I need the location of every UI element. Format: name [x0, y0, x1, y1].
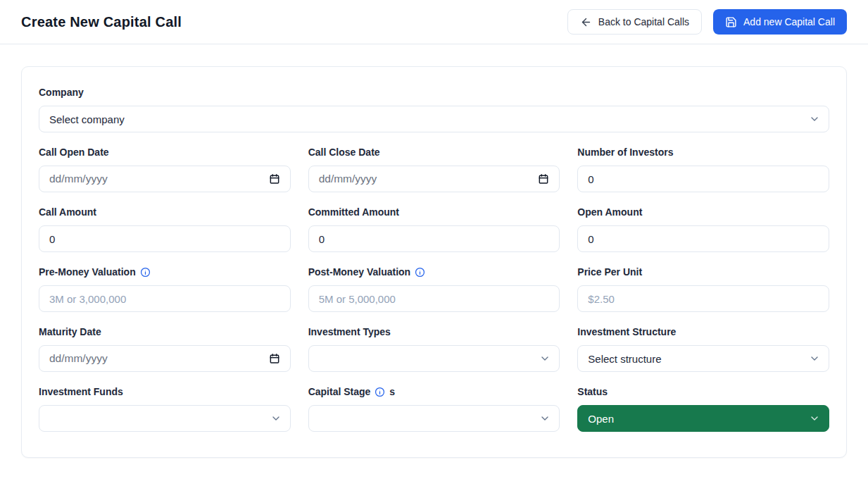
post-money-valuation-label-text: Post-Money Valuation: [308, 266, 410, 278]
chevron-down-icon: [270, 413, 282, 424]
call-amount-input[interactable]: [49, 226, 280, 251]
status-select[interactable]: Open: [577, 405, 829, 432]
committed-amount-input-wrap: [308, 225, 560, 252]
price-per-unit-input[interactable]: [588, 286, 819, 311]
maturity-date-field: Maturity Date dd/mm/yyyy: [39, 326, 291, 372]
call-close-date-label: Call Close Date: [308, 147, 560, 158]
back-button-label: Back to Capital Calls: [598, 16, 689, 27]
price-per-unit-field: Price Per Unit: [577, 266, 829, 312]
investment-structure-select-value: Select structure: [588, 353, 661, 365]
calendar-icon[interactable]: [269, 353, 280, 364]
chevron-down-icon: [809, 413, 820, 424]
open-amount-field: Open Amount: [577, 206, 829, 252]
call-open-date-input[interactable]: dd/mm/yyyy: [39, 166, 291, 192]
pre-money-valuation-label: Pre-Money Valuation: [39, 266, 291, 278]
calendar-icon[interactable]: [269, 173, 280, 185]
investment-structure-select[interactable]: Select structure: [577, 345, 829, 372]
info-circle-icon[interactable]: [415, 267, 425, 278]
open-amount-input-wrap: [577, 225, 829, 252]
date-placeholder: dd/mm/yyyy: [49, 173, 108, 185]
company-label: Company: [39, 87, 829, 99]
investment-funds-field: Investment Funds: [39, 386, 291, 432]
back-to-capital-calls-button[interactable]: Back to Capital Calls: [567, 9, 702, 35]
investment-types-label: Investment Types: [308, 326, 560, 338]
pre-money-valuation-label-text: Pre-Money Valuation: [39, 266, 136, 278]
call-amount-input-wrap: [39, 225, 291, 252]
capital-stage-label: Capital Stage s: [308, 386, 560, 398]
investment-funds-label: Investment Funds: [39, 386, 291, 398]
capital-stage-label-suffix: s: [389, 386, 395, 398]
number-of-investors-input[interactable]: [588, 166, 819, 192]
capital-stage-label-text: Capital Stage: [308, 386, 371, 398]
investment-funds-select[interactable]: [39, 405, 291, 432]
pre-money-valuation-input[interactable]: [49, 286, 280, 311]
investment-types-select[interactable]: [308, 345, 560, 372]
company-select[interactable]: Select company: [39, 106, 829, 132]
page-header: Create New Capital Call Back to Capital …: [0, 0, 868, 44]
maturity-date-input[interactable]: dd/mm/yyyy: [39, 345, 291, 372]
company-field: Company Select company: [39, 87, 829, 132]
date-placeholder: dd/mm/yyyy: [319, 173, 377, 185]
open-amount-label: Open Amount: [577, 206, 829, 218]
post-money-valuation-label: Post-Money Valuation: [308, 266, 560, 278]
price-per-unit-input-wrap: [577, 285, 829, 312]
capital-stage-field: Capital Stage s: [308, 386, 560, 432]
call-close-date-field: Call Close Date dd/mm/yyyy: [308, 147, 560, 192]
post-money-valuation-input[interactable]: [319, 286, 550, 311]
investment-structure-label: Investment Structure: [577, 326, 829, 338]
post-money-valuation-field: Post-Money Valuation: [308, 266, 560, 312]
call-open-date-field: Call Open Date dd/mm/yyyy: [39, 147, 291, 192]
add-new-capital-call-button[interactable]: Add new Capital Call: [713, 9, 847, 35]
chevron-down-icon: [809, 353, 820, 364]
price-per-unit-label: Price Per Unit: [577, 266, 829, 278]
info-circle-icon[interactable]: [140, 267, 151, 278]
save-floppy-icon: [725, 16, 737, 28]
committed-amount-label: Committed Amount: [308, 206, 560, 218]
page-title: Create New Capital Call: [21, 14, 182, 30]
call-close-date-input[interactable]: dd/mm/yyyy: [308, 166, 560, 192]
maturity-date-label: Maturity Date: [39, 326, 291, 338]
pre-money-valuation-input-wrap: [39, 285, 291, 312]
header-actions: Back to Capital Calls Add new Capital Ca…: [567, 9, 847, 35]
open-amount-input[interactable]: [588, 226, 819, 251]
chevron-down-icon: [539, 353, 551, 364]
committed-amount-input[interactable]: [319, 226, 550, 251]
calendar-icon[interactable]: [538, 173, 549, 185]
number-of-investors-label: Number of Investors: [577, 147, 829, 158]
call-open-date-label: Call Open Date: [39, 147, 291, 158]
chevron-down-icon: [809, 113, 820, 125]
number-of-investors-input-wrap: [577, 166, 829, 192]
committed-amount-field: Committed Amount: [308, 206, 560, 252]
chevron-down-icon: [539, 413, 551, 424]
arrow-left-icon: [580, 16, 592, 28]
status-label: Status: [577, 386, 829, 398]
capital-call-form-card: Company Select company Call Open Date dd…: [21, 66, 847, 458]
investment-types-field: Investment Types: [308, 326, 560, 372]
call-amount-label: Call Amount: [39, 206, 291, 218]
date-placeholder: dd/mm/yyyy: [49, 352, 108, 365]
post-money-valuation-input-wrap: [308, 285, 560, 312]
capital-call-form: Company Select company Call Open Date dd…: [39, 87, 829, 432]
call-amount-field: Call Amount: [39, 206, 291, 252]
add-button-label: Add new Capital Call: [743, 16, 835, 27]
investment-structure-field: Investment Structure Select structure: [577, 326, 829, 372]
status-select-value: Open: [588, 413, 614, 425]
capital-stage-select[interactable]: [308, 405, 560, 432]
info-circle-icon[interactable]: [375, 387, 385, 397]
pre-money-valuation-field: Pre-Money Valuation: [39, 266, 291, 312]
company-select-value: Select company: [49, 113, 125, 125]
status-field: Status Open: [577, 386, 829, 432]
number-of-investors-field: Number of Investors: [577, 147, 829, 192]
